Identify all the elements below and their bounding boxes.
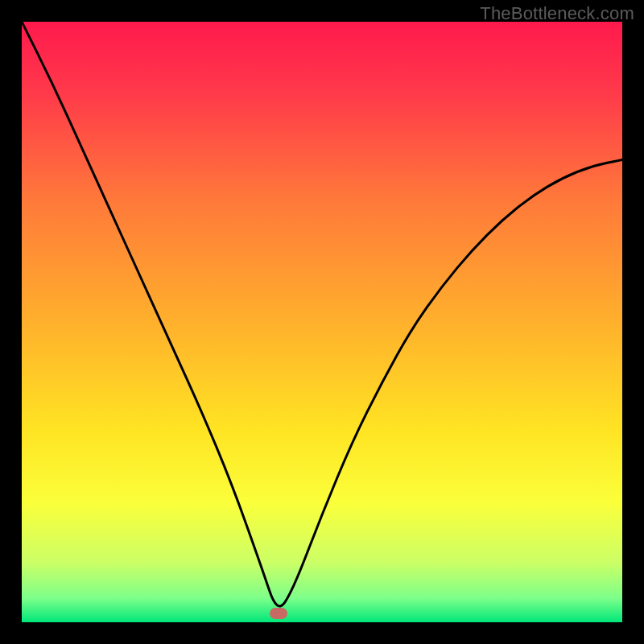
optimal-marker [270,608,287,619]
bottleneck-curve [22,22,622,622]
outer-frame: TheBottleneck.com [0,0,644,644]
plot-area [22,22,622,622]
watermark-text: TheBottleneck.com [480,3,634,24]
